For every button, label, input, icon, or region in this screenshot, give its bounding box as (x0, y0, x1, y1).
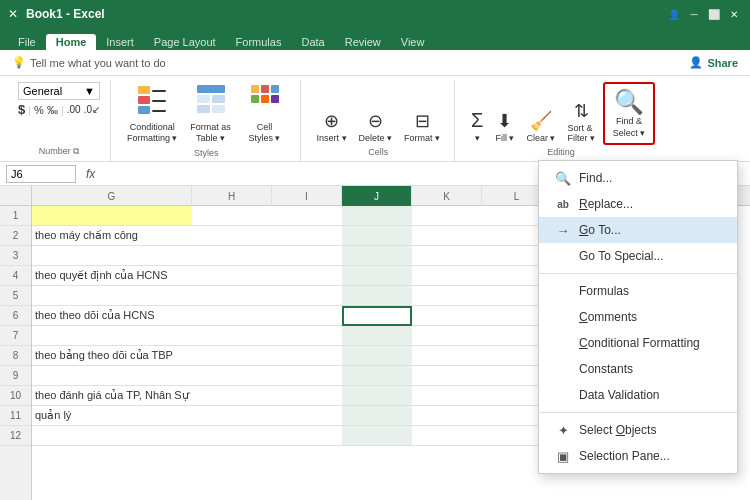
cell-h12[interactable] (192, 426, 272, 446)
cell-j11[interactable] (342, 406, 412, 426)
tab-insert[interactable]: Insert (96, 34, 144, 50)
cell-k12[interactable] (412, 426, 482, 446)
currency-symbol[interactable]: $ (18, 102, 25, 117)
cell-h8[interactable] (192, 346, 272, 366)
cell-g6[interactable]: theo theo dõi của HCNS (32, 306, 192, 326)
cell-i1[interactable] (272, 206, 342, 226)
cell-j2[interactable] (342, 226, 412, 246)
tab-view[interactable]: View (391, 34, 435, 50)
selection-pane-menu-item[interactable]: ▣ Selection Pane... (539, 443, 737, 469)
tab-formulas[interactable]: Formulas (226, 34, 292, 50)
cell-h7[interactable] (192, 326, 272, 346)
cell-g12[interactable] (32, 426, 192, 446)
cell-h4[interactable] (192, 266, 272, 286)
constants-menu-item[interactable]: Constants (539, 356, 737, 382)
minimize-btn[interactable]: ─ (686, 6, 702, 22)
col-header-i[interactable]: I (272, 186, 342, 206)
cell-styles-button[interactable]: CellStyles ▾ (240, 82, 290, 146)
cell-k11[interactable] (412, 406, 482, 426)
find-select-button[interactable]: 🔍 Find &Select ▾ (603, 82, 655, 145)
autosum-button[interactable]: Σ ▾ (467, 107, 487, 145)
tab-review[interactable]: Review (335, 34, 391, 50)
name-box[interactable]: J6 (6, 165, 76, 183)
cell-k2[interactable] (412, 226, 482, 246)
data-validation-menu-item[interactable]: Data Validation (539, 382, 737, 408)
cell-g3[interactable] (32, 246, 192, 266)
cell-i8[interactable] (272, 346, 342, 366)
cell-k3[interactable] (412, 246, 482, 266)
restore-btn[interactable]: ⬜ (706, 6, 722, 22)
close-btn[interactable]: ✕ (726, 6, 742, 22)
cell-j3[interactable] (342, 246, 412, 266)
tell-me-input[interactable]: 💡 Tell me what you want to do (12, 56, 166, 69)
percent-symbol[interactable]: % (34, 104, 44, 116)
cell-j9[interactable] (342, 366, 412, 386)
cell-g10[interactable]: theo đánh giá của TP, Nhân Sự (32, 386, 192, 406)
cell-i2[interactable] (272, 226, 342, 246)
cell-g9[interactable] (32, 366, 192, 386)
cell-j4[interactable] (342, 266, 412, 286)
cell-j7[interactable] (342, 326, 412, 346)
sort-filter-button[interactable]: ⇅ Sort &Filter ▾ (563, 98, 599, 145)
cell-g1[interactable] (32, 206, 192, 226)
cell-g11[interactable]: quản lý (32, 406, 192, 426)
cell-g4[interactable]: theo quyết định của HCNS (32, 266, 192, 286)
cell-i5[interactable] (272, 286, 342, 306)
cell-g2[interactable]: theo máy chấm công (32, 226, 192, 246)
cell-k9[interactable] (412, 366, 482, 386)
cell-g5[interactable] (32, 286, 192, 306)
cell-k1[interactable] (412, 206, 482, 226)
fill-button[interactable]: ⬇ Fill ▾ (491, 108, 518, 145)
col-header-g[interactable]: G (32, 186, 192, 206)
delete-button[interactable]: ⊖ Delete ▾ (355, 108, 397, 145)
formulas-menu-item[interactable]: Formulas (539, 278, 737, 304)
cell-i11[interactable] (272, 406, 342, 426)
cell-i10[interactable] (272, 386, 342, 406)
tab-home[interactable]: Home (46, 34, 97, 50)
cell-h11[interactable] (192, 406, 272, 426)
cell-h2[interactable] (192, 226, 272, 246)
comments-menu-item[interactable]: Comments (539, 304, 737, 330)
col-header-j[interactable]: J (342, 186, 412, 206)
select-objects-menu-item[interactable]: ✦ Select Objects (539, 417, 737, 443)
cell-i9[interactable] (272, 366, 342, 386)
tab-page-layout[interactable]: Page Layout (144, 34, 226, 50)
cell-j12[interactable] (342, 426, 412, 446)
cell-j1[interactable] (342, 206, 412, 226)
cell-k8[interactable] (412, 346, 482, 366)
cell-k5[interactable] (412, 286, 482, 306)
cell-h10[interactable] (192, 386, 272, 406)
conditional-formatting-button[interactable]: ConditionalFormatting ▾ (123, 82, 182, 146)
comma-symbol[interactable]: ‰ (47, 104, 58, 116)
decrease-decimal[interactable]: .0↙ (84, 104, 100, 115)
col-header-h[interactable]: H (192, 186, 272, 206)
cell-i4[interactable] (272, 266, 342, 286)
cell-i12[interactable] (272, 426, 342, 446)
replace-menu-item[interactable]: ab Replace... (539, 191, 737, 217)
cell-j8[interactable] (342, 346, 412, 366)
go-to-special-menu-item[interactable]: Go To Special... (539, 243, 737, 269)
share-button[interactable]: 👤 Share (689, 56, 738, 69)
number-format-dropdown[interactable]: General ▼ (18, 82, 100, 100)
cell-k7[interactable] (412, 326, 482, 346)
find-menu-item[interactable]: 🔍 Find... (539, 165, 737, 191)
tab-file[interactable]: File (8, 34, 46, 50)
clear-button[interactable]: 🧹 Clear ▾ (522, 108, 559, 145)
col-header-k[interactable]: K (412, 186, 482, 206)
cell-j6[interactable] (342, 306, 412, 326)
cell-g8[interactable]: theo bảng theo dõi của TBP (32, 346, 192, 366)
format-button[interactable]: ⊟ Format ▾ (400, 108, 444, 145)
cell-h3[interactable] (192, 246, 272, 266)
cell-i6[interactable] (272, 306, 342, 326)
tab-data[interactable]: Data (291, 34, 334, 50)
cell-h6[interactable] (192, 306, 272, 326)
cell-h9[interactable] (192, 366, 272, 386)
number-expand-icon[interactable]: ⧉ (73, 146, 79, 156)
cell-i7[interactable] (272, 326, 342, 346)
cell-j5[interactable] (342, 286, 412, 306)
cell-h5[interactable] (192, 286, 272, 306)
format-as-table-button[interactable]: Format asTable ▾ (186, 82, 236, 146)
cell-k10[interactable] (412, 386, 482, 406)
cell-h1[interactable] (192, 206, 272, 226)
conditional-formatting-menu-item[interactable]: Conditional Formatting (539, 330, 737, 356)
